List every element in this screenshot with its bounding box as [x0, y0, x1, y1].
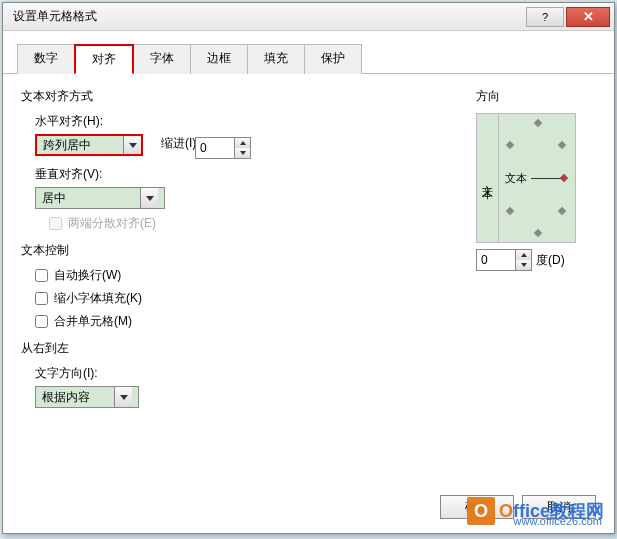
text-direction-label: 文字方向(I): [35, 365, 476, 382]
merge-label: 合并单元格(M) [54, 313, 132, 330]
justify-distributed-checkbox: 两端分散对齐(E) [49, 215, 476, 232]
orientation-vertical-text[interactable]: 文 本 [477, 114, 499, 242]
tab-border[interactable]: 边框 [190, 44, 248, 74]
merge-cells-checkbox[interactable]: 合并单元格(M) [35, 313, 476, 330]
chevron-down-icon [123, 136, 141, 154]
tab-fill[interactable]: 填充 [247, 44, 305, 74]
diamond-icon [506, 141, 514, 149]
watermark-brand-1: O [499, 501, 513, 521]
shrink-label: 缩小字体填充(K) [54, 290, 142, 307]
degree-spinner[interactable] [476, 249, 532, 271]
diamond-icon [558, 207, 566, 215]
help-button[interactable]: ? [526, 7, 564, 27]
h-align-combo[interactable]: 跨列居中 [35, 134, 143, 156]
close-button[interactable]: ✕ [566, 7, 610, 27]
window-title: 设置单元格格式 [7, 8, 524, 25]
indent-spinner[interactable] [195, 137, 251, 159]
indent-input[interactable] [196, 138, 234, 158]
orientation-handle[interactable] [560, 174, 568, 182]
h-align-value: 跨列居中 [37, 137, 123, 154]
diamond-icon [558, 141, 566, 149]
diamond-icon [534, 119, 542, 127]
justify-checkbox-input [49, 217, 62, 230]
wrap-label: 自动换行(W) [54, 267, 121, 284]
watermark: O Office教程网 www.office26.com [467, 497, 604, 525]
spinner-up-icon[interactable] [235, 138, 250, 148]
h-align-label: 水平对齐(H): [35, 113, 476, 130]
v-align-value: 居中 [36, 190, 140, 207]
orientation-sample-text: 文本 [505, 171, 527, 186]
left-column: 文本对齐方式 水平对齐(H): 跨列居中 缩进(I): [21, 84, 476, 408]
tab-strip: 数字 对齐 字体 边框 填充 保护 [3, 31, 614, 74]
v-align-combo[interactable]: 居中 [35, 187, 165, 209]
content: 文本对齐方式 水平对齐(H): 跨列居中 缩进(I): [3, 74, 614, 418]
watermark-logo-icon: O [467, 497, 495, 525]
orientation-control[interactable]: 文 本 文本 [476, 113, 576, 243]
text-direction-value: 根据内容 [36, 389, 114, 406]
indent-label: 缩进(I): [161, 135, 200, 152]
titlebar: 设置单元格格式 ? ✕ [3, 3, 614, 31]
orientation-group-label: 方向 [476, 88, 596, 105]
text-direction-combo[interactable]: 根据内容 [35, 386, 139, 408]
tab-font[interactable]: 字体 [133, 44, 191, 74]
dialog: 设置单元格格式 ? ✕ 数字 对齐 字体 边框 填充 保护 文本对齐方式 水平对… [2, 2, 615, 534]
merge-checkbox-input[interactable] [35, 315, 48, 328]
tab-alignment[interactable]: 对齐 [74, 44, 134, 74]
shrink-checkbox-input[interactable] [35, 292, 48, 305]
diamond-icon [506, 207, 514, 215]
spinner-down-icon[interactable] [516, 260, 531, 270]
diamond-icon [534, 229, 542, 237]
text-align-group-label: 文本对齐方式 [21, 88, 476, 105]
shrink-fit-checkbox[interactable]: 缩小字体填充(K) [35, 290, 476, 307]
v-align-label: 垂直对齐(V): [35, 166, 476, 183]
chevron-down-icon [140, 188, 158, 208]
tab-protection[interactable]: 保护 [304, 44, 362, 74]
rtl-group-label: 从右到左 [21, 340, 476, 357]
right-column: 方向 文 本 文本 [476, 84, 596, 408]
degree-label: 度(D) [536, 252, 565, 269]
orientation-dial[interactable]: 文本 [499, 114, 575, 242]
wrap-text-checkbox[interactable]: 自动换行(W) [35, 267, 476, 284]
spinner-down-icon[interactable] [235, 148, 250, 158]
wrap-checkbox-input[interactable] [35, 269, 48, 282]
tab-number[interactable]: 数字 [17, 44, 75, 74]
spinner-up-icon[interactable] [516, 250, 531, 260]
chevron-down-icon [114, 387, 132, 407]
text-control-group-label: 文本控制 [21, 242, 476, 259]
degree-input[interactable] [477, 250, 515, 270]
watermark-url: www.office26.com [514, 515, 602, 527]
justify-label: 两端分散对齐(E) [68, 215, 156, 232]
